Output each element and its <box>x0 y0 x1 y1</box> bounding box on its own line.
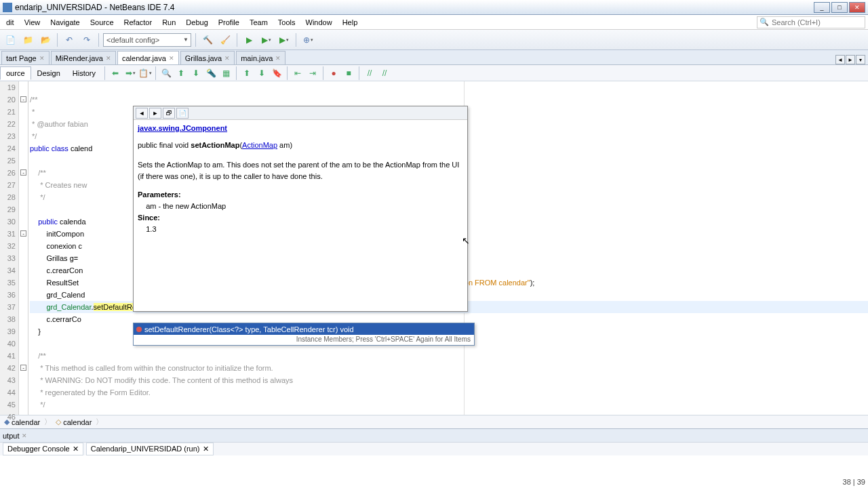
output-tabs: Debugger Console✕ Calendarip_UNIVERSIDAD… <box>0 442 868 455</box>
tab-grillas[interactable]: Grillas.java✕ <box>180 51 235 64</box>
macro-stop-button[interactable]: ■ <box>341 66 356 81</box>
menu-source[interactable]: Source <box>85 16 119 28</box>
menu-team[interactable]: Team <box>245 16 273 28</box>
toggle-highlight-button[interactable]: 🔦 <box>203 66 218 81</box>
close-icon[interactable]: ✕ <box>169 55 174 62</box>
search-input[interactable] <box>772 18 860 26</box>
close-icon[interactable]: ✕ <box>203 445 209 453</box>
close-icon[interactable]: ✕ <box>73 445 79 453</box>
menu-help[interactable]: Help <box>338 16 363 28</box>
tab-main[interactable]: main.java✕ <box>236 51 285 64</box>
javadoc-back-button[interactable]: ◄ <box>136 108 148 119</box>
toggle-bookmark-button[interactable]: 📋▾ <box>138 66 153 81</box>
attach-debugger-button[interactable]: ⊕▾ <box>300 33 315 47</box>
fold-toggle[interactable]: - <box>20 96 26 102</box>
run-button[interactable]: ▶ <box>241 33 256 47</box>
close-icon[interactable]: ✕ <box>224 55 230 62</box>
debug-button[interactable]: ▶▾ <box>259 33 274 47</box>
tab-calendar[interactable]: calendar.java✕ <box>117 51 179 64</box>
subtab-design[interactable]: Design <box>31 66 66 80</box>
tab-list-button[interactable]: ▾ <box>856 55 865 64</box>
autocomplete-hint: Instance Members; Press 'Ctrl+SPACE' Aga… <box>134 335 474 345</box>
menubar: dit View Navigate Source Refactor Run De… <box>0 15 868 30</box>
next-bookmark-button[interactable]: ⬇ <box>254 66 269 81</box>
clean-build-button[interactable]: 🧹 <box>218 33 233 47</box>
toggle-rectangular-button[interactable]: ▦ <box>218 66 233 81</box>
javadoc-popup: ◄ ► 🗗 📄 javax.swing.JComponent public fi… <box>133 106 468 312</box>
search-box[interactable]: 🔍 <box>757 16 865 28</box>
javadoc-external-button[interactable]: 🗗 <box>163 108 175 119</box>
fold-toggle[interactable]: - <box>20 230 26 237</box>
javadoc-source-button[interactable]: 📄 <box>176 108 189 119</box>
menu-profile[interactable]: Profile <box>214 16 244 28</box>
output-tab-run[interactable]: Calendarip_UNIVERSIDAD (run)✕ <box>86 443 214 455</box>
close-icon[interactable]: ✕ <box>22 432 27 439</box>
tab-scroll-left[interactable]: ◄ <box>835 55 845 64</box>
find-next-button[interactable]: ⬇ <box>189 66 203 81</box>
close-button[interactable]: ✕ <box>849 2 865 13</box>
menu-refactor[interactable]: Refactor <box>119 16 157 28</box>
close-icon[interactable]: ✕ <box>275 55 281 62</box>
javadoc-params-heading: Parameters: <box>138 189 463 201</box>
fold-toggle[interactable]: - <box>20 365 26 371</box>
close-icon[interactable]: ✕ <box>106 55 111 62</box>
prev-bookmark-button[interactable]: ⬆ <box>239 66 254 81</box>
menu-debug[interactable]: Debug <box>181 16 212 28</box>
method-icon <box>136 327 142 332</box>
javadoc-since-heading: Since: <box>138 212 463 224</box>
comment-button[interactable]: // <box>362 66 377 81</box>
window-title: endarip_UNIVERSIDAD - NetBeans IDE 7.4 <box>15 3 814 12</box>
menu-edit[interactable]: dit <box>1 16 19 28</box>
autocomplete-item[interactable]: setDefaultRenderer(Class<?> type, TableC… <box>134 323 474 335</box>
shift-left-button[interactable]: ⇤ <box>290 66 305 81</box>
toolbar: 📄 📁 📂 ↶ ↷ <default config> 🔨 🧹 ▶ ▶▾ ▶▾ ⊕… <box>0 30 868 50</box>
undo-button[interactable]: ↶ <box>62 33 77 47</box>
menu-window[interactable]: Window <box>301 16 337 28</box>
profile-button[interactable]: ▶▾ <box>277 33 292 47</box>
prev-edit-button[interactable]: ⬅ <box>108 66 123 81</box>
minimize-button[interactable]: _ <box>814 2 830 13</box>
menu-tools[interactable]: Tools <box>273 16 300 28</box>
javadoc-class-link[interactable]: javax.swing.JComponent <box>138 124 227 132</box>
output-panel-header[interactable]: utput✕ <box>0 428 868 442</box>
new-file-button[interactable]: 📄 <box>3 33 18 47</box>
maximize-button[interactable]: □ <box>831 2 848 13</box>
build-button[interactable]: 🔨 <box>200 33 215 47</box>
titlebar: endarip_UNIVERSIDAD - NetBeans IDE 7.4 _… <box>0 0 868 15</box>
tab-mirender[interactable]: MiRender.java✕ <box>51 51 116 64</box>
menu-view[interactable]: View <box>20 16 45 28</box>
subtab-history[interactable]: History <box>66 66 102 80</box>
uncomment-button[interactable]: // <box>377 66 392 81</box>
autocomplete-popup[interactable]: setDefaultRenderer(Class<?> type, TableC… <box>133 323 475 346</box>
editor-tabs: tart Page✕ MiRender.java✕ calendar.java✕… <box>0 50 868 65</box>
identifier: grd_Calendar <box>46 303 91 311</box>
find-selection-button[interactable]: 🔍 <box>159 66 174 81</box>
code-editor[interactable]: 1920212223242526272829303132333435363738… <box>0 81 868 415</box>
line-gutter: 1920212223242526272829303132333435363738… <box>0 81 19 415</box>
output-tab-debugger[interactable]: Debugger Console✕ <box>3 443 83 455</box>
editor-subtabs: ource Design History ⬅ ➡▾ 📋▾ 🔍 ⬆ ⬇ 🔦 ▦ ⬆… <box>0 65 868 81</box>
subtab-source[interactable]: ource <box>0 66 31 80</box>
javadoc-param-link[interactable]: ActionMap <box>242 141 277 149</box>
menu-run[interactable]: Run <box>157 16 180 28</box>
menu-navigate[interactable]: Navigate <box>45 16 84 28</box>
open-button[interactable]: 📂 <box>38 33 53 47</box>
find-prev-button[interactable]: ⬆ <box>174 66 189 81</box>
tab-startpage[interactable]: tart Page✕ <box>1 51 50 64</box>
app-icon <box>3 3 12 12</box>
new-project-button[interactable]: 📁 <box>20 33 35 47</box>
close-icon[interactable]: ✕ <box>39 55 45 62</box>
fold-toggle[interactable]: - <box>20 169 26 176</box>
fold-gutter: - - - - <box>19 81 28 415</box>
redo-button[interactable]: ↷ <box>79 33 94 47</box>
config-dropdown[interactable]: <default config> <box>103 33 191 47</box>
breadcrumb-item[interactable]: ◇calendar <box>52 418 96 426</box>
cursor-icon: ↖ <box>462 235 470 246</box>
tab-scroll-right[interactable]: ► <box>846 55 855 64</box>
javadoc-forward-button[interactable]: ► <box>149 108 161 119</box>
macro-record-button[interactable]: ● <box>326 66 341 81</box>
shift-right-button[interactable]: ⇥ <box>305 66 320 81</box>
bookmark-button[interactable]: 🔖 <box>269 66 284 81</box>
next-edit-button[interactable]: ➡▾ <box>123 66 138 81</box>
search-icon: 🔍 <box>760 18 769 26</box>
